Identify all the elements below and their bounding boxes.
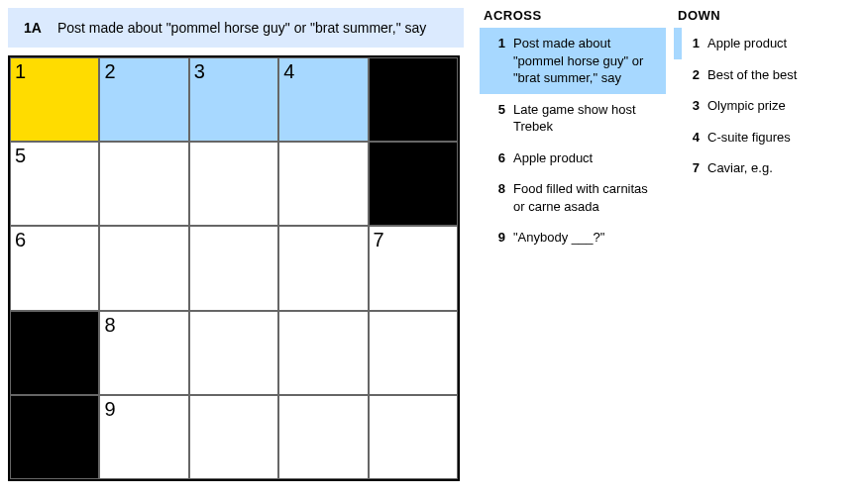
grid-cell-block [10,395,99,479]
across-clue-list[interactable]: 1Post made about "pommel horse guy" or "… [480,27,666,482]
clue-text: Best of the best [707,66,854,84]
active-clue-text: Post made about "pommel horse guy" or "b… [57,20,426,36]
grid-cell[interactable] [189,395,278,479]
cell-number: 8 [104,314,115,337]
clue-item[interactable]: 9"Anybody ___?" [480,222,666,253]
grid-cell[interactable]: 6 [10,226,99,310]
cell-number: 1 [15,60,26,83]
across-heading: ACROSS [480,8,666,23]
grid-cell[interactable] [278,142,368,226]
across-column: ACROSS 1Post made about "pommel horse gu… [480,8,666,482]
clue-number: 1 [489,35,505,87]
clue-text: C-suite figures [707,129,854,147]
clue-text: Food filled with carnitas or carne asada [513,180,660,215]
down-column: DOWN 1Apple product2Best of the best3Oly… [674,8,860,482]
clue-text: Apple product [513,149,660,167]
clue-text: Caviar, e.g. [707,159,854,177]
clue-item[interactable]: 2Best of the best [674,59,860,91]
clue-number: 6 [489,149,505,167]
grid-cell[interactable] [189,142,278,226]
down-clue-list[interactable]: 1Apple product2Best of the best3Olympic … [674,27,860,482]
grid-cell[interactable]: 8 [99,311,188,395]
grid-cell[interactable]: 9 [99,395,188,479]
cell-number: 2 [104,60,115,83]
clue-item[interactable]: 5Late game show host Trebek [480,94,666,143]
grid-cell[interactable]: 4 [278,57,368,142]
clue-number: 4 [684,129,700,147]
cell-number: 7 [374,229,384,251]
active-clue-bar[interactable]: 1A Post made about "pommel horse guy" or… [8,8,464,48]
clue-item[interactable]: 8Food filled with carnitas or carne asad… [480,173,666,222]
clue-text: "Anybody ___?" [513,229,660,247]
grid-cell-block [369,142,458,226]
clue-number: 5 [489,101,505,136]
clue-text: Post made about "pommel horse guy" or "b… [513,35,660,87]
clue-number: 1 [684,35,700,52]
clue-text: Apple product [707,35,854,52]
down-heading: DOWN [674,8,860,23]
cell-number: 4 [283,60,294,83]
clue-item[interactable]: 3Olympic prize [674,90,860,122]
clue-item[interactable]: 7Caviar, e.g. [674,152,860,184]
crossword-layout: 1A Post made about "pommel horse guy" or… [8,8,860,482]
cell-number: 3 [194,60,205,83]
clue-item[interactable]: 1Apple product [674,28,860,59]
clue-number: 3 [684,97,700,115]
left-panel: 1A Post made about "pommel horse guy" or… [8,8,464,482]
clue-number: 7 [684,159,700,177]
cell-number: 5 [15,145,26,167]
grid-cell[interactable] [99,226,188,310]
grid-cell[interactable]: 3 [189,57,278,142]
active-clue-label: 1A [24,20,42,36]
crossword-grid[interactable]: 123456789 [8,55,460,481]
grid-cell-block [10,311,99,395]
grid-cell[interactable] [278,311,368,395]
grid-cell[interactable] [189,311,278,395]
grid-cell[interactable] [369,311,458,395]
cell-number: 9 [104,398,115,421]
clue-text: Late game show host Trebek [513,101,660,136]
grid-cell[interactable] [369,395,458,479]
grid-cell[interactable] [189,226,278,310]
grid-cell[interactable]: 2 [99,57,188,142]
grid-cell[interactable]: 5 [10,142,99,226]
clue-columns: ACROSS 1Post made about "pommel horse gu… [480,8,860,482]
clue-item[interactable]: 4C-suite figures [674,122,860,153]
grid-cell[interactable]: 7 [369,226,458,310]
grid-cell[interactable] [278,395,368,479]
clue-number: 8 [489,180,505,215]
clue-item[interactable]: 6Apple product [480,143,666,174]
clue-text: Olympic prize [707,97,854,115]
grid-cell[interactable] [99,142,188,226]
grid-cell-block [369,57,458,142]
cell-number: 6 [15,229,26,251]
clue-number: 2 [684,66,700,84]
grid-cell[interactable] [278,226,368,310]
clue-number: 9 [489,229,505,247]
grid-cell[interactable]: 1 [10,57,99,142]
clue-item[interactable]: 1Post made about "pommel horse guy" or "… [480,28,666,94]
